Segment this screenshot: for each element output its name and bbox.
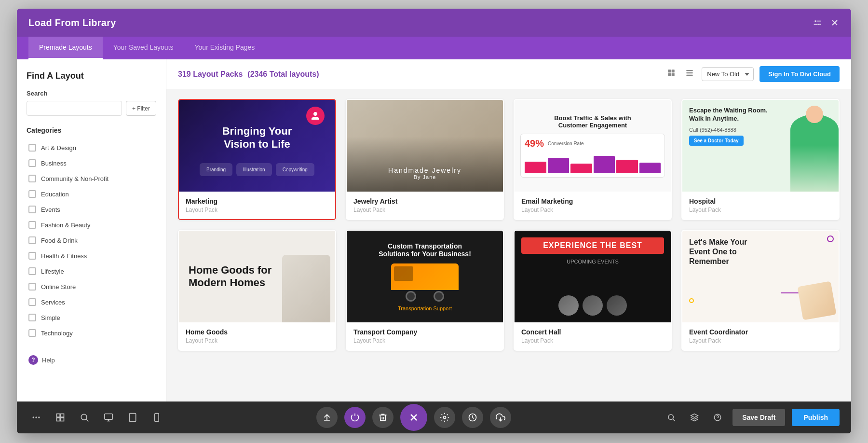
audience-1 — [558, 295, 579, 316]
card-homegoods[interactable]: Home Goods forModern Homes Home Goods La… — [178, 230, 336, 351]
doctor-body — [790, 114, 839, 192]
card-email[interactable]: Boost Traffic & Sales withCustomer Engag… — [514, 99, 672, 220]
help-label: Help — [42, 357, 55, 364]
publish-button[interactable]: Publish — [792, 409, 840, 426]
upcoming-events-label: UPCOMING EVENTS — [567, 259, 619, 264]
toolbar-right: Save Draft Publish — [663, 409, 840, 426]
card-info-transport: Transport Company Layout Pack — [347, 322, 503, 350]
category-education[interactable]: Education — [27, 186, 156, 202]
portability-btn[interactable] — [316, 407, 338, 428]
toolbar-center — [316, 404, 511, 431]
close-icon-btn[interactable] — [830, 18, 840, 28]
card-jewelry-visual: Handmade Jewelry By Jane — [347, 100, 503, 192]
category-checkbox-lifestyle — [28, 267, 36, 275]
svg-point-14 — [35, 416, 37, 418]
history-btn[interactable] — [462, 407, 483, 428]
list-view-btn[interactable] — [683, 67, 696, 82]
search-icon[interactable] — [77, 410, 92, 425]
help-row[interactable]: ? Help — [27, 350, 156, 370]
search-row: + Filter — [27, 101, 156, 116]
card-event[interactable]: Let's Make Your Event One to Remember Ev… — [681, 230, 840, 351]
sign-in-button[interactable]: Sign In To Divi Cloud — [760, 66, 840, 82]
dots-icon[interactable] — [28, 410, 44, 425]
email-main-text: Boost Traffic & Sales withCustomer Engag… — [520, 114, 665, 129]
portability2-btn[interactable] — [490, 407, 511, 428]
category-community[interactable]: Community & Non-Profit — [27, 171, 156, 186]
wheel-1 — [406, 291, 416, 302]
category-art[interactable]: Art & Design — [27, 140, 156, 155]
card-concert[interactable]: EXPERIENCE THE BEST UPCOMING EVENTS Conc… — [514, 230, 672, 351]
category-fashion[interactable]: Fashion & Beauty — [27, 217, 156, 233]
svg-rect-9 — [672, 73, 675, 76]
concert-audience — [558, 295, 627, 316]
card-hospital[interactable]: Escape the Waiting Room. Walk In Anytime… — [681, 99, 840, 220]
category-name-health: Health & Fitness — [41, 252, 87, 260]
category-technology[interactable]: Technology — [27, 325, 156, 341]
homegoods-decor — [282, 255, 330, 322]
card-info-concert: Concert Hall Layout Pack — [515, 322, 671, 350]
card-marketing[interactable]: Bringing YourVision to Life Branding Ill… — [178, 99, 336, 220]
layers-icon[interactable] — [686, 409, 703, 426]
categories-label: Categories — [27, 126, 156, 134]
trash-btn[interactable] — [372, 407, 393, 428]
tablet-icon[interactable] — [125, 410, 140, 425]
stat-label: Conversion Rate — [548, 141, 583, 146]
svg-rect-17 — [61, 414, 64, 417]
category-lifestyle[interactable]: Lifestyle — [27, 263, 156, 279]
category-online[interactable]: Online Store — [27, 279, 156, 294]
jewelry-text: Handmade Jewelry By Jane — [388, 166, 461, 180]
email-chart — [525, 154, 661, 173]
settings-btn[interactable] — [434, 407, 455, 428]
save-draft-button[interactable]: Save Draft — [732, 409, 785, 426]
card-image-transport: Custom TransportationSolutions for Your … — [347, 231, 503, 322]
category-checkbox-education — [28, 190, 36, 198]
homegoods-text: Home Goods forModern Homes — [189, 264, 271, 290]
layout-icon[interactable] — [53, 410, 68, 425]
category-events[interactable]: Events — [27, 202, 156, 217]
truck-body — [391, 263, 459, 290]
hospital-cta-btn[interactable]: See a Doctor Today — [689, 136, 744, 146]
tab-premade[interactable]: Premade Layouts — [28, 37, 103, 59]
toolbar-left — [28, 410, 164, 425]
category-food[interactable]: Food & Drink — [27, 233, 156, 248]
tab-saved[interactable]: Your Saved Layouts — [103, 37, 184, 59]
card-name-transport: Transport Company — [353, 328, 496, 336]
search-input[interactable] — [27, 101, 122, 116]
category-name-simple: Simple — [41, 314, 60, 321]
category-name-lifestyle: Lifestyle — [41, 268, 64, 275]
sort-select[interactable]: New To Old Old To New A to Z Z to A — [702, 67, 754, 81]
mobile-icon[interactable] — [149, 410, 164, 425]
svg-rect-22 — [105, 414, 113, 420]
filter-button[interactable]: + Filter — [126, 101, 156, 116]
card-transport[interactable]: Custom TransportationSolutions for Your … — [346, 230, 504, 351]
monitor-icon[interactable] — [101, 410, 116, 425]
search2-icon[interactable] — [663, 409, 679, 426]
card-type-hospital: Layout Pack — [689, 207, 832, 213]
help2-icon[interactable] — [709, 409, 726, 426]
card-name-email: Email Marketing — [521, 197, 664, 205]
close-x-btn[interactable] — [400, 404, 427, 431]
card-jewelry[interactable]: Handmade Jewelry By Jane Jewelry Artist … — [346, 99, 504, 220]
bottom-toolbar: Save Draft Publish — [17, 401, 851, 433]
power-btn[interactable] — [344, 407, 366, 428]
sidebar: Find A Layout Search + Filter Categories… — [17, 59, 166, 401]
category-checkbox-community — [28, 175, 36, 182]
adjust-icon-btn[interactable] — [813, 18, 822, 28]
category-simple[interactable]: Simple — [27, 310, 156, 325]
marketing-cards-row: Branding Illustration Copywriting — [200, 163, 314, 176]
category-checkbox-online — [28, 283, 36, 291]
topbar-right: New To Old Old To New A to Z Z to A Sign… — [665, 66, 840, 82]
grid-view-btn[interactable] — [665, 67, 678, 82]
card-hospital-visual: Escape the Waiting Room. Walk In Anytime… — [682, 100, 839, 192]
audience-3 — [607, 295, 627, 316]
chart-bar-5 — [616, 160, 638, 173]
svg-point-13 — [33, 416, 34, 418]
category-services[interactable]: Services — [27, 294, 156, 310]
category-checkbox-fashion — [28, 221, 36, 229]
card-type-concert: Layout Pack — [521, 337, 664, 344]
category-business[interactable]: Business — [27, 155, 156, 171]
svg-point-31 — [444, 416, 446, 419]
card-info-email: Email Marketing Layout Pack — [515, 192, 671, 219]
category-health[interactable]: Health & Fitness — [27, 248, 156, 263]
tab-existing[interactable]: Your Existing Pages — [184, 37, 266, 59]
